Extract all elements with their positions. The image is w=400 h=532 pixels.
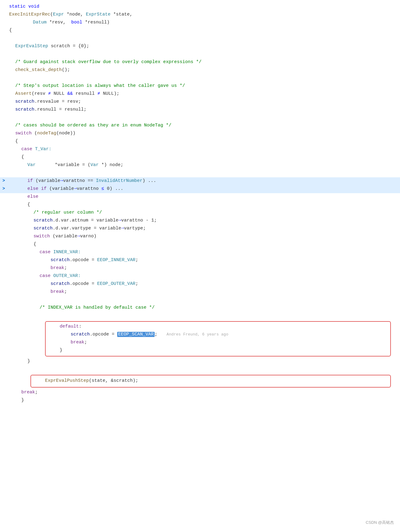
code-line: { xyxy=(0,138,400,146)
code-content: break; xyxy=(39,288,398,296)
code-line xyxy=(0,366,400,374)
code-line xyxy=(0,74,400,82)
code-line: break; xyxy=(46,339,390,347)
code-line: static void xyxy=(0,3,400,11)
code-line: { xyxy=(0,201,400,209)
code-content: Assert(resv ≠ NULL && resnull ≠ NULL); xyxy=(15,90,398,98)
code-content: { xyxy=(33,241,398,248)
code-line: { xyxy=(0,27,400,35)
code-content: /* Step's output location is always what… xyxy=(15,82,398,90)
code-content: case T_Var: xyxy=(21,146,398,153)
code-content: else xyxy=(27,193,398,200)
code-content: break; xyxy=(39,264,398,272)
code-content: switch (variable→varno) xyxy=(33,233,398,240)
code-line xyxy=(0,35,400,43)
code-viewer: static void ExecInitExprRec(Expr *node, … xyxy=(0,0,400,532)
code-content: check_stack_depth(); xyxy=(15,66,398,74)
code-content: ExecInitExprRec(Expr *node, ExprState *s… xyxy=(9,11,398,18)
code-line: else xyxy=(0,193,400,201)
code-content: static void xyxy=(9,3,398,10)
code-line: /* INDEX_VAR is handled by default case … xyxy=(0,304,400,312)
code-line: case OUTER_VAR: xyxy=(0,272,400,280)
blame-text: Andres Freund, 6 years ago xyxy=(167,332,228,338)
code-content: else if (variable→varattno ≤ 0) ... xyxy=(27,185,398,193)
code-content: case INNER_VAR: xyxy=(39,249,398,256)
code-content: scratch.opcode = EEOP_OUTER_VAR; xyxy=(39,280,398,288)
code-line: case INNER_VAR: xyxy=(0,249,400,257)
code-line: scratch.d.var.attnum = variable→varattno… xyxy=(0,217,400,225)
code-content: } xyxy=(21,397,398,404)
code-content: { xyxy=(27,201,398,208)
code-line: { xyxy=(0,154,400,161)
code-line: scratch.resvalue = resv; xyxy=(0,98,400,106)
code-content: /* Guard against stack overflow due to o… xyxy=(15,59,398,66)
code-line: Assert(resv ≠ NULL && resnull ≠ NULL); xyxy=(0,90,400,98)
code-content: case OUTER_VAR: xyxy=(39,272,398,280)
code-content: { xyxy=(21,154,398,161)
code-content: { xyxy=(15,138,398,145)
code-content: scratch.d.var.vartype = variable→vartype… xyxy=(33,225,398,232)
code-line xyxy=(0,51,400,59)
code-line xyxy=(0,169,400,177)
code-line-highlighted: > if (variable→varattno == InvalidAttrNu… xyxy=(0,177,400,185)
code-line: switch (nodeTag(node)) xyxy=(0,130,400,138)
code-content: Var *variable = (Var *) node; xyxy=(27,161,398,169)
code-line: break; xyxy=(0,264,400,272)
brand-label: CSDN @高铭杰 xyxy=(366,520,394,526)
code-line-highlighted: > else if (variable→varattno ≤ 0) ... xyxy=(0,185,400,193)
code-line: Datum *resv, bool *resnull) xyxy=(0,19,400,27)
code-line: switch (variable→varno) xyxy=(0,233,400,241)
code-line xyxy=(0,296,400,304)
code-content: scratch.resnull = resnull; xyxy=(15,106,398,113)
code-content: } xyxy=(27,358,398,365)
code-content: /* cases should be ordered as they are i… xyxy=(15,122,398,129)
code-content: scratch.resvalue = resv; xyxy=(15,98,398,105)
code-line: break; xyxy=(0,389,400,397)
code-content: Datum *resv, bool *resnull) xyxy=(9,19,398,26)
code-line: scratch.resnull = resnull; xyxy=(0,106,400,114)
code-content: scratch.opcode = EEOP_SCAN_VAR; Andres F… xyxy=(59,331,388,338)
code-line: scratch.d.var.vartype = variable→vartype… xyxy=(0,225,400,233)
code-line xyxy=(0,312,400,320)
arrow-indicator: > xyxy=(2,177,9,184)
code-content: } xyxy=(59,347,388,354)
code-line: Var *variable = (Var *) node; xyxy=(0,161,400,169)
code-content: ExprEvalStep scratch = {0}; xyxy=(15,43,398,50)
code-line: /* regular user column */ xyxy=(0,209,400,217)
code-line: ExprEvalStep scratch = {0}; xyxy=(0,43,400,51)
code-content: break; xyxy=(59,339,388,346)
code-content: scratch.d.var.attnum = variable→varattno… xyxy=(33,217,398,224)
red-box-push: ExprEvalPushStep(state, &scratch); xyxy=(30,375,391,388)
code-line: case T_Var: xyxy=(0,146,400,154)
code-content: break; xyxy=(21,389,398,396)
code-line: break; xyxy=(0,288,400,296)
code-content: ExprEvalPushStep(state, &scratch); xyxy=(44,377,388,385)
code-line: check_stack_depth(); xyxy=(0,66,400,74)
code-line: /* Step's output location is always what… xyxy=(0,82,400,90)
code-line: scratch.opcode = EEOP_INNER_VAR; xyxy=(0,257,400,264)
code-line: /* cases should be ordered as they are i… xyxy=(0,122,400,130)
red-box-default: default: scratch.opcode = EEOP_SCAN_VAR;… xyxy=(45,321,391,356)
code-line: ExecInitExprRec(Expr *node, ExprState *s… xyxy=(0,11,400,19)
code-line: scratch.opcode = EEOP_OUTER_VAR; xyxy=(0,280,400,288)
code-content: scratch.opcode = EEOP_INNER_VAR; xyxy=(39,257,398,264)
code-line: } xyxy=(0,358,400,366)
code-line: scratch.opcode = EEOP_SCAN_VAR; Andres F… xyxy=(46,331,390,339)
code-line: ExprEvalPushStep(state, &scratch); xyxy=(31,377,390,385)
code-content: switch (nodeTag(node)) xyxy=(15,130,398,137)
code-content: default: xyxy=(59,323,388,330)
code-content: if (variable→varattno == InvalidAttrNumb… xyxy=(27,177,398,185)
arrow-indicator: > xyxy=(2,185,9,192)
code-line: } xyxy=(0,397,400,405)
code-content: /* INDEX_VAR is handled by default case … xyxy=(39,304,398,311)
code-line: } xyxy=(46,347,390,355)
code-line: default: xyxy=(46,323,390,331)
code-content: /* regular user column */ xyxy=(33,209,398,216)
code-content: { xyxy=(9,27,398,34)
code-line: { xyxy=(0,241,400,249)
code-line xyxy=(0,114,400,122)
code-line: /* Guard against stack overflow due to o… xyxy=(0,59,400,66)
